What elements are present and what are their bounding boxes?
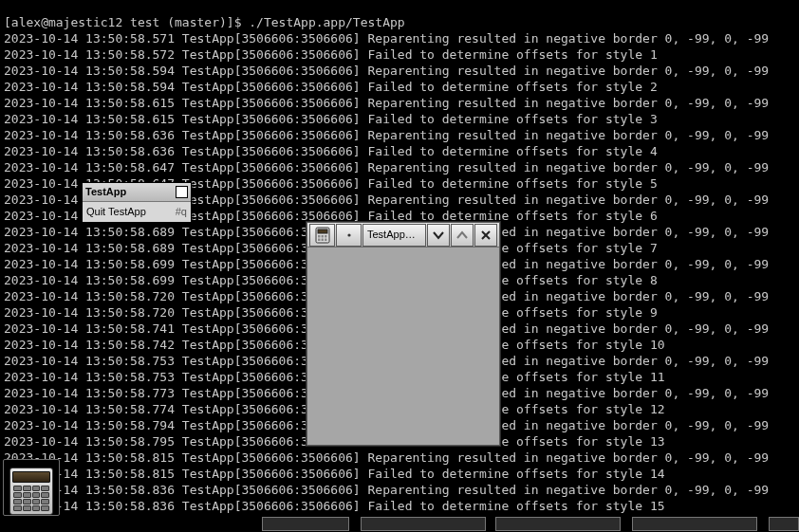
taskbar-slot[interactable] bbox=[262, 517, 349, 531]
svg-rect-6 bbox=[321, 238, 324, 241]
taskbar-slot[interactable] bbox=[632, 517, 757, 531]
window-content bbox=[308, 248, 498, 444]
app-menu-titlebar[interactable]: TestApp bbox=[83, 183, 191, 202]
menu-indicator-icon[interactable] bbox=[336, 224, 362, 247]
taskbar-slot[interactable] bbox=[361, 517, 486, 531]
window-title-text: TestApp… bbox=[367, 227, 416, 243]
svg-point-8 bbox=[347, 233, 350, 236]
app-menu: TestApp Quit TestApp #q bbox=[82, 182, 192, 223]
chevron-down-icon bbox=[432, 229, 445, 242]
svg-rect-3 bbox=[321, 235, 324, 238]
svg-rect-2 bbox=[318, 235, 321, 238]
minimize-button[interactable] bbox=[427, 224, 450, 247]
menu-item-quit[interactable]: Quit TestApp #q bbox=[83, 202, 191, 222]
dot-icon bbox=[344, 230, 354, 240]
menu-item-label: Quit TestApp bbox=[86, 204, 146, 220]
close-button[interactable] bbox=[474, 224, 497, 247]
window-titlebar[interactable]: TestApp… bbox=[307, 223, 499, 248]
svg-rect-4 bbox=[325, 235, 327, 238]
close-icon bbox=[479, 229, 492, 242]
testapp-window[interactable]: TestApp… bbox=[307, 222, 500, 446]
svg-rect-7 bbox=[325, 238, 327, 241]
dock-app-icon[interactable] bbox=[3, 459, 60, 516]
close-icon[interactable] bbox=[176, 186, 188, 198]
taskbar-slot[interactable] bbox=[495, 517, 621, 531]
taskbar[interactable] bbox=[0, 516, 799, 532]
svg-rect-1 bbox=[318, 229, 327, 233]
window-title: TestApp… bbox=[362, 224, 426, 247]
maximize-button[interactable] bbox=[451, 224, 474, 247]
calculator-icon bbox=[9, 468, 53, 515]
app-icon[interactable] bbox=[309, 224, 335, 247]
menu-item-shortcut: #q bbox=[176, 204, 187, 220]
chevron-up-icon bbox=[455, 229, 469, 242]
calculator-icon bbox=[314, 227, 331, 244]
svg-rect-5 bbox=[318, 238, 321, 241]
taskbar-slot[interactable] bbox=[769, 517, 799, 531]
app-menu-title: TestApp bbox=[85, 184, 126, 200]
